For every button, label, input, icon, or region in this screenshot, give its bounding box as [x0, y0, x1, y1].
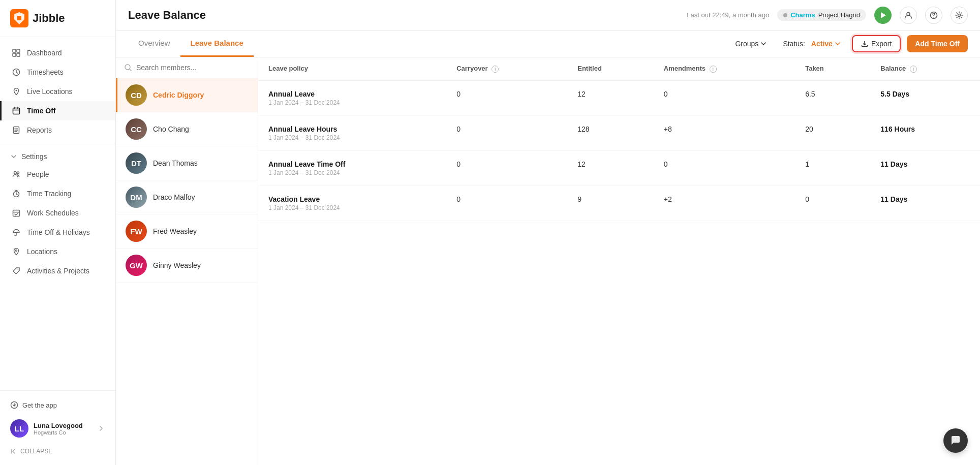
- policy-name: Vacation Leave: [268, 195, 436, 203]
- member-item[interactable]: DT Dean Thomas: [116, 146, 258, 180]
- members-list: CD Cedric Diggory CC Cho Chang DT Dean T…: [116, 78, 258, 465]
- umbrella-icon: [12, 228, 21, 237]
- sidebar-item-locations-label: Locations: [27, 247, 57, 256]
- tab-overview[interactable]: Overview: [128, 30, 180, 57]
- balance-value: 11 Days: [880, 160, 907, 168]
- logo-text: Jibble: [33, 12, 65, 25]
- get-app-label: Get the app: [22, 401, 57, 409]
- member-item[interactable]: GW Ginny Weasley: [116, 249, 258, 283]
- collapse-button[interactable]: COLLAPSE: [8, 444, 107, 459]
- member-name: Fred Weasley: [153, 227, 197, 235]
- groups-label: Groups: [735, 40, 758, 48]
- help-icon-button[interactable]: [925, 7, 942, 24]
- carryover-info-icon[interactable]: i: [492, 66, 499, 73]
- carryover-cell: 0: [446, 115, 567, 150]
- table-panel: Leave policy Carryover i Entitled Amendm…: [258, 57, 980, 465]
- get-app-btn[interactable]: Get the app: [8, 397, 107, 413]
- user-company: Hogwarts Co: [34, 429, 92, 436]
- carryover-cell: 0: [446, 150, 567, 185]
- member-item[interactable]: FW Fred Weasley: [116, 214, 258, 249]
- settings-icon-button[interactable]: [951, 7, 968, 24]
- col-entitled: Entitled: [567, 57, 654, 80]
- balance-cell: 11 Days: [870, 150, 980, 185]
- balance-cell: 5.5 Days: [870, 80, 980, 116]
- svg-rect-4: [17, 53, 20, 56]
- amendments-info-icon[interactable]: i: [710, 66, 717, 73]
- sidebar-item-timesheets[interactable]: Timesheets: [0, 63, 115, 82]
- svg-rect-1: [13, 49, 16, 52]
- svg-rect-12: [13, 210, 20, 216]
- sidebar-item-timesheets-label: Timesheets: [27, 68, 64, 76]
- table-row: Annual Leave Hours 1 Jan 2024 – 31 Dec 2…: [258, 115, 980, 150]
- sidebar-item-time-off-label: Time Off: [27, 107, 56, 115]
- taken-cell: 0: [795, 185, 870, 221]
- taken-cell: 6.5: [795, 80, 870, 116]
- balance-info-icon[interactable]: i: [910, 66, 917, 73]
- collapse-icon: [10, 448, 17, 455]
- balance-cell: 11 Days: [870, 185, 980, 221]
- timer-badge[interactable]: Charms Project Hagrid: [777, 9, 866, 21]
- settings-collapse-btn[interactable]: Settings: [0, 148, 115, 165]
- settings-label: Settings: [21, 152, 47, 161]
- table-row: Vacation Leave 1 Jan 2024 – 31 Dec 2024 …: [258, 185, 980, 221]
- col-leave-policy: Leave policy: [258, 57, 446, 80]
- export-button[interactable]: Export: [852, 35, 901, 52]
- tabs: Overview Leave Balance: [128, 30, 254, 57]
- sidebar-item-activities-projects[interactable]: Activities & Projects: [0, 261, 115, 281]
- member-item[interactable]: CD Cedric Diggory: [116, 78, 258, 112]
- user-profile[interactable]: LL Luna Lovegood Hogwarts Co: [8, 415, 107, 442]
- policy-cell: Annual Leave Time Off 1 Jan 2024 – 31 De…: [258, 150, 446, 185]
- tab-actions: Groups Status: Active Export Add Time Of…: [730, 35, 968, 52]
- sidebar-item-dashboard-label: Dashboard: [27, 49, 62, 57]
- member-name: Draco Malfoy: [153, 193, 195, 201]
- download-circle-icon: [10, 401, 18, 409]
- tab-leave-balance[interactable]: Leave Balance: [180, 30, 254, 57]
- member-avatar: CC: [126, 118, 147, 140]
- sidebar: Jibble Dashboard Timesheets Live Locatio…: [0, 0, 116, 465]
- sidebar-item-people[interactable]: People: [0, 165, 115, 184]
- user-icon-button[interactable]: [900, 7, 917, 24]
- nav-divider: [0, 144, 115, 144]
- svg-point-19: [933, 17, 934, 18]
- sidebar-item-locations[interactable]: Locations: [0, 242, 115, 261]
- member-item[interactable]: CC Cho Chang: [116, 112, 258, 146]
- file-text-icon: [12, 126, 21, 135]
- sidebar-item-live-locations[interactable]: Live Locations: [0, 82, 115, 101]
- status-filter[interactable]: Status: Active: [778, 37, 846, 51]
- groups-button[interactable]: Groups: [730, 37, 772, 51]
- svg-rect-2: [17, 49, 20, 52]
- search-input[interactable]: [136, 64, 250, 72]
- main-content: Leave Balance Last out 22:49, a month ag…: [116, 0, 980, 465]
- sidebar-item-time-off-holidays-label: Time Off & Holidays: [27, 228, 90, 236]
- add-time-off-button[interactable]: Add Time Off: [907, 35, 968, 52]
- sidebar-bottom: Get the app LL Luna Lovegood Hogwarts Co…: [0, 390, 115, 465]
- member-name: Dean Thomas: [153, 159, 198, 167]
- chat-bubble-button[interactable]: [943, 428, 968, 453]
- member-avatar: FW: [126, 221, 147, 242]
- member-avatar: DM: [126, 187, 147, 208]
- entitled-cell: 12: [567, 150, 654, 185]
- svg-point-9: [14, 172, 17, 174]
- sidebar-item-time-off-holidays[interactable]: Time Off & Holidays: [0, 223, 115, 242]
- amendments-cell: 0: [654, 150, 795, 185]
- sidebar-item-reports[interactable]: Reports: [0, 120, 115, 140]
- timer-name: Charms: [790, 11, 815, 19]
- sidebar-item-work-schedules[interactable]: Work Schedules: [0, 203, 115, 223]
- sidebar-item-dashboard[interactable]: Dashboard: [0, 43, 115, 63]
- person-icon: [904, 11, 912, 19]
- policy-date: 1 Jan 2024 – 31 Dec 2024: [268, 134, 436, 141]
- member-item[interactable]: DM Draco Malfoy: [116, 180, 258, 214]
- gear-icon: [955, 11, 963, 19]
- carryover-cell: 0: [446, 185, 567, 221]
- leave-balance-table: Leave policy Carryover i Entitled Amendm…: [258, 57, 980, 221]
- policy-cell: Annual Leave 1 Jan 2024 – 31 Dec 2024: [258, 80, 446, 116]
- sidebar-item-time-tracking-label: Time Tracking: [27, 190, 71, 198]
- top-header: Leave Balance Last out 22:49, a month ag…: [116, 0, 980, 30]
- svg-rect-3: [13, 53, 16, 56]
- svg-point-10: [17, 172, 19, 174]
- col-balance: Balance i: [870, 57, 980, 80]
- sidebar-item-time-tracking[interactable]: Time Tracking: [0, 184, 115, 203]
- sidebar-item-time-off[interactable]: Time Off: [0, 101, 115, 120]
- play-button[interactable]: [874, 7, 892, 24]
- logo[interactable]: Jibble: [0, 0, 115, 37]
